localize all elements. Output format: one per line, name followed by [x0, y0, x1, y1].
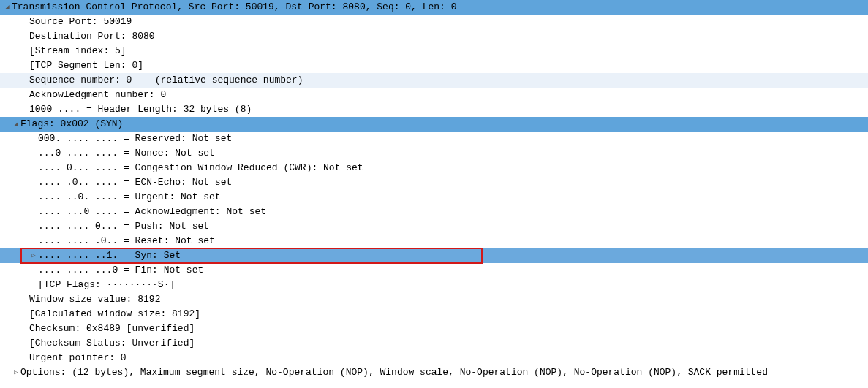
flag-ack-text: .... ...0 .... = Acknowledgment: Not set [38, 205, 266, 219]
source-port-row[interactable]: Source Port: 50019 [0, 15, 868, 29]
flag-nonce-text: ...0 .... .... = Nonce: Not set [38, 146, 215, 161]
checksum-status-text: [Checksum Status: Unverified] [29, 336, 195, 351]
ack-number-row[interactable]: Acknowledgment number: 0 [0, 88, 868, 102]
packet-details-tree[interactable]: ◢ Transmission Control Protocol, Src Por… [0, 0, 868, 380]
flag-push-text: .... .... 0... = Push: Not set [38, 219, 209, 234]
flag-reset-row[interactable]: .... .... .0.. = Reset: Not set [0, 234, 868, 248]
segment-len-row[interactable]: [TCP Segment Len: 0] [0, 58, 868, 73]
flag-cwr-text: .... 0... .... = Congestion Window Reduc… [38, 161, 363, 175]
destination-port-row[interactable]: Destination Port: 8080 [0, 29, 868, 44]
flag-urgent-row[interactable]: .... ..0. .... = Urgent: Not set [0, 190, 868, 205]
expand-icon[interactable]: ▷ [29, 248, 38, 263]
collapse-icon[interactable]: ◢ [12, 117, 20, 132]
flag-nonce-row[interactable]: ...0 .... .... = Nonce: Not set [0, 146, 868, 161]
sequence-number-text: Sequence number: 0 (relative sequence nu… [29, 73, 303, 88]
calc-window-text: [Calculated window size: 8192] [29, 307, 200, 322]
options-row[interactable]: ▷ Options: (12 bytes), Maximum segment s… [0, 365, 868, 380]
stream-index-row[interactable]: [Stream index: 5] [0, 44, 868, 58]
flag-syn-text: .... .... ..1. = Syn: Set [38, 248, 181, 263]
urgent-pointer-row[interactable]: Urgent pointer: 0 [0, 351, 868, 365]
window-size-text: Window size value: 8192 [29, 292, 160, 307]
tcp-header-text: Transmission Control Protocol, Src Port:… [12, 0, 457, 15]
collapse-icon[interactable]: ◢ [3, 0, 12, 15]
expand-icon[interactable]: ▷ [12, 365, 20, 380]
tcp-flags-summary-text: [TCP Flags: ·········S·] [38, 278, 175, 292]
flag-ecn-text: .... .0.. .... = ECN-Echo: Not set [38, 175, 232, 190]
destination-port-text: Destination Port: 8080 [29, 29, 155, 44]
tcp-flags-summary-row[interactable]: [TCP Flags: ·········S·] [0, 278, 868, 292]
flag-push-row[interactable]: .... .... 0... = Push: Not set [0, 219, 868, 234]
flag-cwr-row[interactable]: .... 0... .... = Congestion Window Reduc… [0, 161, 868, 175]
flag-reserved-row[interactable]: 000. .... .... = Reserved: Not set [0, 132, 868, 146]
flag-ack-row[interactable]: .... ...0 .... = Acknowledgment: Not set [0, 205, 868, 219]
flags-header-row[interactable]: ◢ Flags: 0x002 (SYN) [0, 117, 868, 132]
flag-reserved-text: 000. .... .... = Reserved: Not set [38, 132, 232, 146]
window-size-row[interactable]: Window size value: 8192 [0, 292, 868, 307]
stream-index-text: [Stream index: 5] [29, 44, 127, 58]
segment-len-text: [TCP Segment Len: 0] [29, 58, 143, 73]
flag-ecn-row[interactable]: .... .0.. .... = ECN-Echo: Not set [0, 175, 868, 190]
checksum-row[interactable]: Checksum: 0x8489 [unverified] [0, 322, 868, 336]
flag-reset-text: .... .... .0.. = Reset: Not set [38, 234, 215, 248]
flag-fin-text: .... .... ...0 = Fin: Not set [38, 263, 203, 278]
calc-window-row[interactable]: [Calculated window size: 8192] [0, 307, 868, 322]
urgent-pointer-text: Urgent pointer: 0 [29, 351, 127, 365]
flag-fin-row[interactable]: .... .... ...0 = Fin: Not set [0, 263, 868, 278]
checksum-status-row[interactable]: [Checksum Status: Unverified] [0, 336, 868, 351]
flag-syn-row[interactable]: ▷ .... .... ..1. = Syn: Set [0, 248, 868, 263]
header-length-row[interactable]: 1000 .... = Header Length: 32 bytes (8) [0, 102, 868, 117]
flags-header-text: Flags: 0x002 (SYN) [20, 117, 123, 132]
flag-urgent-text: .... ..0. .... = Urgent: Not set [38, 190, 221, 205]
sequence-number-row[interactable]: Sequence number: 0 (relative sequence nu… [0, 73, 868, 88]
ack-number-text: Acknowledgment number: 0 [29, 88, 166, 102]
source-port-text: Source Port: 50019 [29, 15, 132, 29]
options-text: Options: (12 bytes), Maximum segment siz… [20, 365, 768, 380]
checksum-text: Checksum: 0x8489 [unverified] [29, 322, 195, 336]
header-length-text: 1000 .... = Header Length: 32 bytes (8) [29, 102, 252, 117]
tcp-header-row[interactable]: ◢ Transmission Control Protocol, Src Por… [0, 0, 868, 15]
